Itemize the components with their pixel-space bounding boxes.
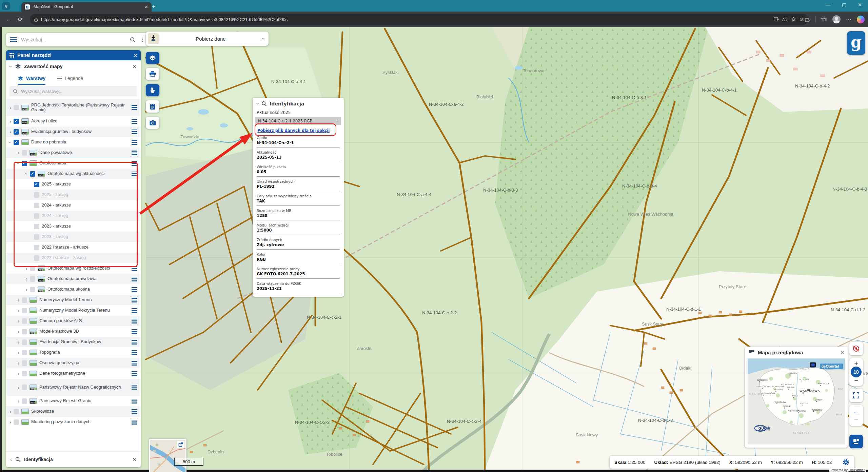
chevron-right-icon[interactable]: › [18, 371, 19, 376]
settings-menu-icon[interactable]: ⋯ [846, 16, 851, 23]
layer-menu-icon[interactable] [132, 140, 137, 145]
url-bar[interactable]: https://mapy.geoportal.gov.pl/imapnext/i… [30, 14, 808, 25]
layer-checkbox[interactable] [14, 129, 19, 135]
layer-row[interactable]: ›Numeryczny Model Pokrycia Terenu [6, 305, 141, 316]
read-aloud-icon[interactable]: A [782, 17, 788, 22]
layer-row[interactable]: ›Chmura punktów ALS [6, 316, 141, 326]
layer-checkbox[interactable] [22, 360, 27, 366]
layer-search-input[interactable]: Wyszukaj warstwę... [9, 86, 137, 96]
chevron-down-icon[interactable]: › [255, 103, 261, 105]
url-text[interactable]: https://mapy.geoportal.gov.pl/imapnext/i… [41, 17, 771, 22]
layer-checkbox[interactable] [30, 287, 35, 292]
collapse-icon[interactable]: – [336, 119, 338, 123]
minimize-button[interactable]: — [826, 2, 830, 7]
split-screen-icon[interactable] [774, 17, 779, 22]
layer-menu-icon[interactable] [132, 385, 137, 390]
map-content-section[interactable]: › Zawartość mapy ✕ [6, 60, 141, 73]
maximize-button[interactable]: ▢ [842, 2, 846, 7]
layer-row[interactable]: ›PRG Jednostki Terytorialne (Państwowy R… [6, 99, 141, 116]
layer-row[interactable]: ›Państwowy Rejestr Granic [6, 396, 141, 406]
report-clipboard-button[interactable] [146, 100, 159, 113]
copilot-icon[interactable] [857, 16, 865, 23]
chevron-right-icon[interactable]: › [9, 118, 11, 124]
layer-menu-icon[interactable] [132, 420, 137, 425]
layer-row[interactable]: ›Numeryczny Model Terenu [6, 295, 141, 305]
layer-row[interactable]: ›Dane fotogrametryczne [6, 368, 141, 379]
layer-menu-icon[interactable] [132, 371, 137, 376]
layer-menu-icon[interactable] [132, 151, 137, 155]
layer-row[interactable]: ›Modele siatkowe 3D [6, 326, 141, 337]
section-close-icon[interactable]: ✕ [132, 64, 137, 69]
layer-menu-icon[interactable] [132, 319, 137, 323]
layer-checkbox[interactable] [22, 339, 27, 345]
tab-search-button[interactable]: ∨ [2, 2, 10, 10]
layer-checkbox[interactable] [14, 119, 19, 124]
zoom-out-button[interactable]: − [854, 377, 858, 385]
layer-checkbox[interactable] [14, 105, 19, 110]
map-search-widget[interactable]: Wyszukaj... ⋮ [6, 33, 149, 46]
north-reset-disabled-button[interactable] [849, 342, 863, 355]
chevron-right-icon[interactable]: › [18, 339, 19, 345]
layer-checkbox[interactable] [22, 150, 27, 156]
chevron-right-icon[interactable]: › [18, 350, 19, 355]
layer-menu-icon[interactable] [132, 361, 137, 366]
layer-checkbox[interactable] [22, 308, 27, 313]
layer-checkbox[interactable] [14, 409, 19, 414]
chevron-down-icon[interactable]: › [7, 141, 13, 143]
identify-click-tool-button[interactable] [146, 84, 159, 96]
layer-menu-icon[interactable] [132, 409, 137, 414]
search-input[interactable]: Wyszukaj... [21, 37, 126, 42]
chevron-down-icon[interactable]: › [8, 66, 14, 67]
layers-tool-button[interactable] [146, 52, 159, 64]
chevron-right-icon[interactable]: › [26, 287, 27, 292]
layer-row[interactable]: ›Ewidencja Gruntów i Budynków [6, 337, 141, 347]
layer-row[interactable]: ›Państwowy Rejestr Nazw Geograficznych [6, 379, 141, 396]
layer-menu-icon[interactable] [132, 308, 137, 313]
layer-checkbox[interactable] [14, 140, 19, 145]
layer-menu-icon[interactable] [132, 119, 137, 124]
layer-menu-icon[interactable] [132, 130, 137, 134]
extensions-icon[interactable] [804, 17, 810, 22]
layer-menu-icon[interactable] [132, 399, 137, 404]
menu-hamburger-icon[interactable] [10, 37, 17, 42]
layer-row[interactable]: ›Monitoring pozyskania danych [6, 417, 141, 427]
open-basemap-icon[interactable] [177, 441, 184, 448]
layer-checkbox[interactable] [14, 419, 19, 425]
layer-menu-icon[interactable] [132, 105, 137, 110]
chevron-right-icon[interactable]: › [18, 398, 19, 404]
chevron-down-icon[interactable]: › [261, 38, 267, 40]
layer-row[interactable]: ›Topografia [6, 347, 141, 358]
layer-row[interactable]: ›Skorowidze [6, 406, 141, 417]
tab-close-icon[interactable]: ✕ [144, 4, 148, 9]
basemap-switcher-thumbnail[interactable] [149, 439, 186, 472]
chevron-right-icon[interactable]: › [9, 105, 11, 111]
layer-row[interactable]: ›Osnowa geodezyjna [6, 358, 141, 368]
chevron-right-icon[interactable]: › [9, 409, 11, 414]
layer-checkbox[interactable] [22, 329, 27, 334]
layer-row[interactable]: ›Ewidencja gruntów i budynków [6, 126, 141, 137]
layer-checkbox[interactable] [30, 276, 35, 282]
back-icon[interactable]: ← [6, 16, 12, 23]
tab-legenda[interactable]: Legenda [57, 76, 83, 85]
panel-close-icon[interactable]: ✕ [133, 53, 137, 58]
chevron-right-icon[interactable]: › [18, 150, 19, 156]
download-data-dropdown[interactable]: Pobierz dane › [146, 32, 269, 46]
layer-menu-icon[interactable] [132, 287, 137, 292]
chevron-right-icon[interactable]: › [10, 457, 12, 463]
layer-menu-icon[interactable] [132, 298, 137, 302]
layer-checkbox[interactable] [22, 350, 27, 355]
chevron-right-icon[interactable]: › [9, 129, 11, 135]
chevron-right-icon[interactable]: › [18, 297, 19, 303]
layer-row[interactable]: ›Adresy i ulice [6, 116, 141, 126]
layer-menu-icon[interactable] [132, 350, 137, 355]
layer-menu-icon[interactable] [132, 277, 137, 281]
slashed-tool-icon[interactable] [799, 17, 804, 22]
vendor-link[interactable]: GISPartner [848, 468, 865, 472]
profile-avatar[interactable] [832, 15, 841, 23]
layer-menu-icon[interactable] [132, 329, 137, 334]
browser-tab[interactable]: g iMapNext - Geoportal ✕ [21, 2, 152, 12]
print-button[interactable] [146, 68, 159, 80]
layer-row[interactable]: ›Dane do pobrania [6, 137, 141, 148]
chevron-right-icon[interactable]: › [18, 385, 19, 390]
layer-checkbox[interactable] [22, 385, 27, 390]
